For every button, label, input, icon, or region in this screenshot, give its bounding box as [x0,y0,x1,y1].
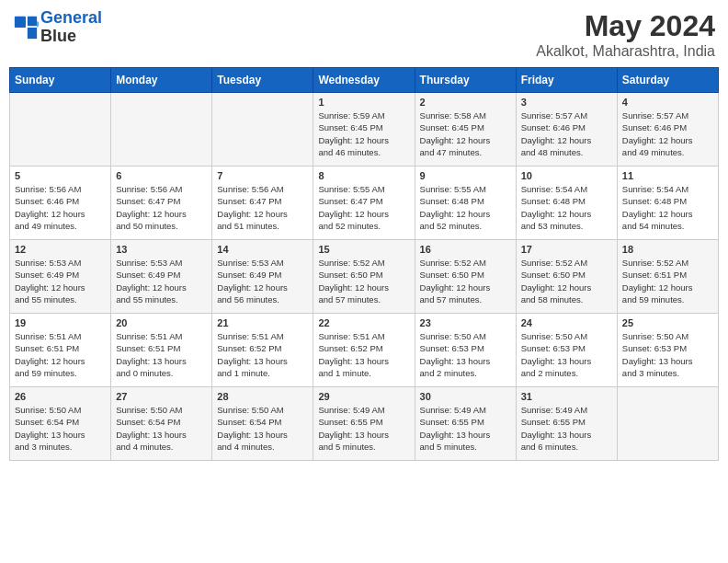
day-number: 30 [420,391,511,402]
page-header: General Blue May 2024 Akalkot, Maharasht… [9,9,719,60]
day-number: 26 [15,391,106,402]
calendar-cell: 27Sunrise: 5:50 AM Sunset: 6:54 PM Dayli… [111,387,212,461]
calendar-cell: 20Sunrise: 5:51 AM Sunset: 6:51 PM Dayli… [111,314,212,387]
day-number: 2 [420,97,511,108]
day-number: 1 [318,97,409,108]
calendar-cell: 8Sunrise: 5:55 AM Sunset: 6:47 PM Daylig… [313,167,415,240]
day-number: 10 [521,170,612,181]
day-number: 6 [116,170,207,181]
day-info: Sunrise: 5:50 AM Sunset: 6:54 PM Dayligh… [217,404,308,453]
day-info: Sunrise: 5:53 AM Sunset: 6:49 PM Dayligh… [116,257,207,305]
logo-line2: Blue [40,28,102,46]
calendar-body: 1Sunrise: 5:59 AM Sunset: 6:45 PM Daylig… [10,93,719,461]
day-number: 17 [521,244,612,255]
calendar-cell: 3Sunrise: 5:57 AM Sunset: 6:46 PM Daylig… [516,93,617,167]
calendar-cell: 22Sunrise: 5:51 AM Sunset: 6:52 PM Dayli… [313,314,415,387]
day-number: 7 [217,170,308,181]
logo: General Blue [13,9,102,46]
calendar-cell: 21Sunrise: 5:51 AM Sunset: 6:52 PM Dayli… [212,314,313,387]
main-title: May 2024 [536,9,715,43]
day-number: 25 [622,317,713,328]
day-info: Sunrise: 5:58 AM Sunset: 6:45 PM Dayligh… [420,109,511,158]
calendar-table: SundayMondayTuesdayWednesdayThursdayFrid… [9,67,719,461]
calendar-cell: 13Sunrise: 5:53 AM Sunset: 6:49 PM Dayli… [111,240,212,314]
calendar-cell: 11Sunrise: 5:54 AM Sunset: 6:48 PM Dayli… [617,167,718,240]
calendar-cell: 17Sunrise: 5:52 AM Sunset: 6:50 PM Dayli… [516,240,617,314]
day-number: 29 [318,391,409,402]
day-info: Sunrise: 5:49 AM Sunset: 6:55 PM Dayligh… [420,404,511,453]
calendar-cell: 23Sunrise: 5:50 AM Sunset: 6:53 PM Dayli… [415,314,516,387]
calendar-cell: 19Sunrise: 5:51 AM Sunset: 6:51 PM Dayli… [10,314,111,387]
svg-marker-2 [28,28,37,39]
day-number: 27 [116,391,207,402]
calendar-cell: 31Sunrise: 5:49 AM Sunset: 6:55 PM Dayli… [516,387,617,461]
day-info: Sunrise: 5:56 AM Sunset: 6:47 PM Dayligh… [217,183,308,232]
day-number: 9 [420,170,511,181]
header-cell-monday: Monday [111,68,212,93]
calendar-header-row: SundayMondayTuesdayWednesdayThursdayFrid… [10,68,719,93]
day-info: Sunrise: 5:49 AM Sunset: 6:55 PM Dayligh… [318,404,409,453]
calendar-cell [111,93,212,167]
day-info: Sunrise: 5:51 AM Sunset: 6:52 PM Dayligh… [318,330,409,379]
day-info: Sunrise: 5:52 AM Sunset: 6:51 PM Dayligh… [622,257,713,305]
day-number: 23 [420,317,511,328]
day-number: 11 [622,170,713,181]
calendar-cell: 5Sunrise: 5:56 AM Sunset: 6:46 PM Daylig… [10,167,111,240]
day-info: Sunrise: 5:52 AM Sunset: 6:50 PM Dayligh… [521,257,612,305]
day-info: Sunrise: 5:50 AM Sunset: 6:54 PM Dayligh… [116,404,207,453]
day-info: Sunrise: 5:50 AM Sunset: 6:53 PM Dayligh… [420,330,511,379]
day-info: Sunrise: 5:59 AM Sunset: 6:45 PM Dayligh… [318,109,409,158]
day-number: 20 [116,317,207,328]
day-info: Sunrise: 5:52 AM Sunset: 6:50 PM Dayligh… [318,257,409,305]
day-number: 18 [622,244,713,255]
day-number: 4 [622,97,713,108]
calendar-cell: 10Sunrise: 5:54 AM Sunset: 6:48 PM Dayli… [516,167,617,240]
calendar-cell: 29Sunrise: 5:49 AM Sunset: 6:55 PM Dayli… [313,387,415,461]
calendar-week-4: 19Sunrise: 5:51 AM Sunset: 6:51 PM Dayli… [10,314,719,387]
day-number: 14 [217,244,308,255]
title-block: May 2024 Akalkot, Maharashtra, India [536,9,715,60]
header-cell-tuesday: Tuesday [212,68,313,93]
day-info: Sunrise: 5:52 AM Sunset: 6:50 PM Dayligh… [420,257,511,305]
logo-icon [13,15,39,40]
calendar-cell: 7Sunrise: 5:56 AM Sunset: 6:47 PM Daylig… [212,167,313,240]
calendar-cell: 9Sunrise: 5:55 AM Sunset: 6:48 PM Daylig… [415,167,516,240]
calendar-cell: 4Sunrise: 5:57 AM Sunset: 6:46 PM Daylig… [617,93,718,167]
calendar-cell [212,93,313,167]
calendar-cell [10,93,111,167]
calendar-cell: 18Sunrise: 5:52 AM Sunset: 6:51 PM Dayli… [617,240,718,314]
day-info: Sunrise: 5:55 AM Sunset: 6:48 PM Dayligh… [420,183,511,232]
header-cell-saturday: Saturday [617,68,718,93]
calendar-week-1: 1Sunrise: 5:59 AM Sunset: 6:45 PM Daylig… [10,93,719,167]
day-info: Sunrise: 5:55 AM Sunset: 6:47 PM Dayligh… [318,183,409,232]
day-info: Sunrise: 5:56 AM Sunset: 6:46 PM Dayligh… [15,183,106,232]
calendar-cell: 16Sunrise: 5:52 AM Sunset: 6:50 PM Dayli… [415,240,516,314]
day-info: Sunrise: 5:50 AM Sunset: 6:54 PM Dayligh… [15,404,106,453]
day-number: 13 [116,244,207,255]
subtitle: Akalkot, Maharashtra, India [536,43,715,60]
day-number: 24 [521,317,612,328]
svg-marker-3 [37,21,39,28]
day-number: 3 [521,97,612,108]
calendar-cell: 28Sunrise: 5:50 AM Sunset: 6:54 PM Dayli… [212,387,313,461]
logo-text: General Blue [40,9,102,46]
day-number: 15 [318,244,409,255]
calendar-cell: 30Sunrise: 5:49 AM Sunset: 6:55 PM Dayli… [415,387,516,461]
calendar-cell: 15Sunrise: 5:52 AM Sunset: 6:50 PM Dayli… [313,240,415,314]
day-info: Sunrise: 5:57 AM Sunset: 6:46 PM Dayligh… [622,109,713,158]
day-info: Sunrise: 5:51 AM Sunset: 6:51 PM Dayligh… [116,330,207,379]
day-number: 12 [15,244,106,255]
calendar-cell: 6Sunrise: 5:56 AM Sunset: 6:47 PM Daylig… [111,167,212,240]
calendar-cell: 2Sunrise: 5:58 AM Sunset: 6:45 PM Daylig… [415,93,516,167]
day-info: Sunrise: 5:56 AM Sunset: 6:47 PM Dayligh… [116,183,207,232]
calendar-cell: 26Sunrise: 5:50 AM Sunset: 6:54 PM Dayli… [10,387,111,461]
header-cell-friday: Friday [516,68,617,93]
logo-line1: General [40,8,102,27]
day-number: 19 [15,317,106,328]
day-info: Sunrise: 5:53 AM Sunset: 6:49 PM Dayligh… [15,257,106,305]
header-cell-thursday: Thursday [415,68,516,93]
day-info: Sunrise: 5:50 AM Sunset: 6:53 PM Dayligh… [521,330,612,379]
header-cell-wednesday: Wednesday [313,68,415,93]
day-number: 28 [217,391,308,402]
calendar-cell: 25Sunrise: 5:50 AM Sunset: 6:53 PM Dayli… [617,314,718,387]
